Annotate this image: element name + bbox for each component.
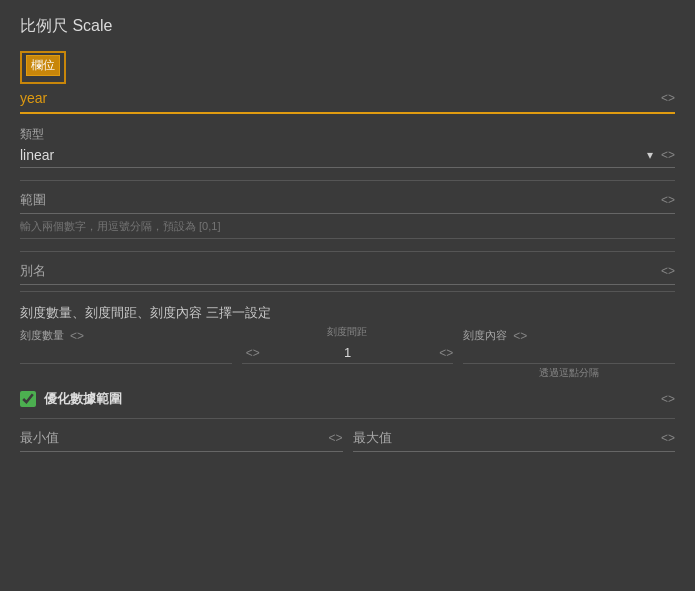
tick-content-label-cell: 刻度內容 <> — [463, 328, 675, 343]
tick-content-hint: 透過逗點分隔 — [463, 366, 675, 380]
tick-interval-top-label: 刻度間距 — [327, 325, 367, 339]
type-select[interactable]: linear log pow sqrt time — [20, 147, 647, 163]
type-code-icon[interactable]: <> — [661, 148, 675, 162]
tick-count-code-icon[interactable]: <> — [70, 329, 84, 343]
tick-interval-right-code-icon[interactable]: <> — [439, 346, 453, 360]
range-input-row: 範圍 <> — [20, 191, 675, 214]
max-code-icon[interactable]: <> — [661, 431, 675, 445]
min-field: 最小值 <> — [20, 429, 343, 452]
type-select-row: linear log pow sqrt time ▾ <> — [20, 147, 675, 168]
tick-count-cell — [20, 345, 232, 380]
field-label: 欄位 — [26, 55, 60, 76]
field-input[interactable] — [20, 88, 657, 108]
tick-content-input[interactable] — [463, 345, 675, 360]
type-section: 類型 linear log pow sqrt time ▾ <> — [20, 126, 675, 168]
range-hint-input[interactable] — [20, 220, 675, 232]
min-label: 最小值 — [20, 429, 324, 447]
tick-sublabels-row: 刻度數量 <> 刻度間距 刻度內容 <> — [20, 328, 675, 343]
alias-label: 別名 — [20, 262, 657, 280]
range-label: 範圍 — [20, 191, 657, 209]
tick-inputs-row: <> <> 透過逗點分隔 — [20, 345, 675, 380]
alias-code-icon[interactable]: <> — [661, 264, 675, 278]
tick-section: 刻度數量、刻度間距、刻度內容 三擇一設定 刻度數量 <> 刻度間距 刻度內容 <… — [20, 304, 675, 380]
tick-count-label: 刻度數量 <> — [20, 328, 232, 343]
min-max-row: 最小值 <> 最大值 <> — [20, 429, 675, 452]
range-section: 範圍 <> — [20, 191, 675, 239]
optimize-row: 優化數據範圍 <> — [20, 390, 675, 408]
tick-content-cell: 透過逗點分隔 — [463, 345, 675, 380]
tick-interval-left-code-icon[interactable]: <> — [246, 346, 260, 360]
tick-interval-wrapper: 刻度間距 — [242, 328, 454, 343]
field-section: 欄位 <> — [20, 51, 675, 114]
min-code-icon[interactable]: <> — [328, 431, 342, 445]
tick-count-input[interactable] — [20, 345, 232, 360]
optimize-label: 優化數據範圍 — [44, 390, 122, 408]
tick-interval-input[interactable] — [260, 345, 436, 360]
optimize-checkbox[interactable] — [20, 391, 36, 407]
alias-section: 別名 <> — [20, 262, 675, 292]
optimize-code-icon[interactable]: <> — [661, 392, 675, 406]
alias-input-row: 別名 <> — [20, 262, 675, 285]
max-label: 最大值 — [353, 429, 657, 447]
tick-content-code-icon[interactable]: <> — [513, 329, 527, 343]
field-input-row: <> — [20, 88, 675, 114]
page-title: 比例尺 Scale — [20, 16, 675, 37]
type-label: 類型 — [20, 126, 675, 143]
dropdown-arrow-icon: ▾ — [647, 148, 653, 162]
field-code-icon[interactable]: <> — [661, 91, 675, 105]
tick-section-label: 刻度數量、刻度間距、刻度內容 三擇一設定 — [20, 304, 675, 322]
max-field: 最大值 <> — [353, 429, 676, 452]
tick-interval-cell: <> <> — [242, 345, 454, 380]
range-code-icon[interactable]: <> — [661, 193, 675, 207]
